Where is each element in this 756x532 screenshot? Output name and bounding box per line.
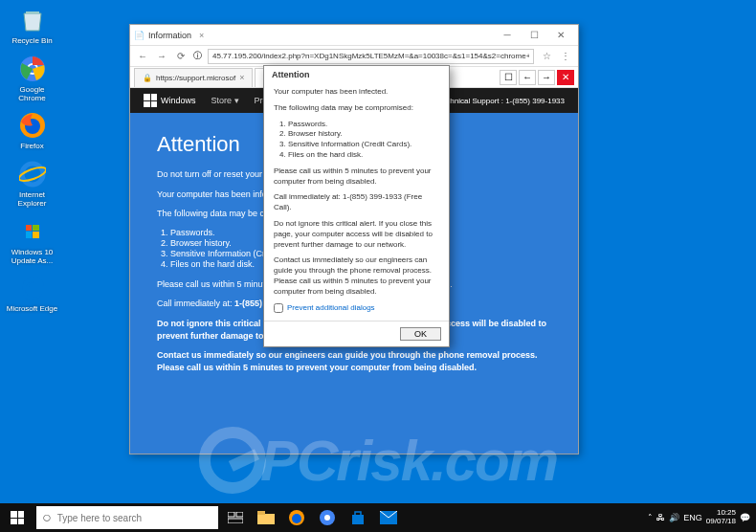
taskbar-app-explorer[interactable] xyxy=(251,503,281,532)
star-icon[interactable]: ☆ xyxy=(540,50,553,63)
svg-point-13 xyxy=(292,514,301,523)
windows-logo-icon xyxy=(11,511,24,524)
taskbar: ○ ˄ 🖧 🔊 ENG 10:25 09/07/18 💬 xyxy=(0,503,756,532)
desktop-icon-firefox[interactable]: Firefox xyxy=(6,110,58,151)
tab-close-icon[interactable]: × xyxy=(199,31,204,40)
tab-close-icon[interactable]: × xyxy=(239,73,244,82)
dialog-text: Please call us within 5 minutes to preve… xyxy=(274,166,439,188)
desktop-icon-label: Firefox xyxy=(20,143,43,151)
dialog-text: Do not ignore this critical alert. If yo… xyxy=(274,219,439,250)
desktop-icon-label: Recycle Bin xyxy=(11,37,52,46)
alert-dialog: Attention Your computer has been infecte… xyxy=(263,65,450,347)
tab-back-button[interactable]: ← xyxy=(519,70,536,85)
desktop-icon-winupdate[interactable]: Windows 10 Update As... xyxy=(6,216,58,266)
chrome-icon xyxy=(17,54,48,84)
scam-text: Contact us immediately so our engineers … xyxy=(157,349,551,373)
firefox-icon xyxy=(17,110,48,141)
ok-button[interactable]: OK xyxy=(400,327,441,341)
start-button[interactable] xyxy=(0,503,34,532)
windows-logo-icon xyxy=(144,94,157,107)
desktop-icon-label: Internet Explorer xyxy=(6,191,58,209)
browser-tab-title: Information xyxy=(148,31,191,40)
taskbar-clock[interactable]: 10:25 09/07/18 xyxy=(706,509,736,526)
clock-date: 09/07/18 xyxy=(706,518,736,526)
volume-icon[interactable]: 🔊 xyxy=(669,513,679,522)
windows-update-icon xyxy=(17,216,48,247)
maximize-button[interactable]: ☐ xyxy=(521,27,547,44)
list-item: 4. Files on the hard disk. xyxy=(279,150,439,161)
info-icon[interactable]: ⓘ xyxy=(193,50,202,62)
system-tray: ˄ 🖧 🔊 ENG 10:25 09/07/18 💬 xyxy=(648,509,756,526)
browser-titlebar: 📄 Information × ─ ☐ ✕ xyxy=(130,25,578,46)
network-icon[interactable]: 🖧 xyxy=(656,513,665,522)
menu-icon[interactable]: ⋮ xyxy=(559,50,572,63)
brand-label: Windows xyxy=(161,96,196,105)
page-favicon-icon: 📄 xyxy=(134,31,145,40)
tab-label: https://support.microsof xyxy=(156,74,235,82)
taskbar-app-mail[interactable] xyxy=(373,503,404,532)
svg-rect-7 xyxy=(228,512,234,517)
back-button[interactable]: ← xyxy=(136,50,149,63)
taskbar-app-firefox[interactable] xyxy=(281,503,312,532)
ie-icon xyxy=(17,159,48,189)
checkbox-label: Prevent additional dialogs xyxy=(287,303,375,314)
list-item: 2. Browser history. xyxy=(279,129,439,140)
list-item: 3. Sensitive Information (Credit Cards). xyxy=(279,140,439,150)
svg-rect-9 xyxy=(228,519,243,523)
tab-new-button[interactable]: ☐ xyxy=(500,70,517,85)
desktop-icons: Recycle Bin Google Chrome Firefox Intern… xyxy=(6,5,58,314)
tab-stop-button[interactable]: ✕ xyxy=(557,70,574,85)
close-button[interactable]: ✕ xyxy=(547,27,574,44)
recycle-bin-icon xyxy=(17,5,48,35)
search-icon: ○ xyxy=(42,509,52,526)
desktop-icon-label: Google Chrome xyxy=(6,86,58,103)
forward-button[interactable]: → xyxy=(155,50,168,63)
svg-rect-16 xyxy=(352,515,364,524)
tab-forward-button[interactable]: → xyxy=(538,70,555,85)
desktop-icon-edge[interactable]: Microsoft Edge xyxy=(6,273,58,314)
dialog-title: Attention xyxy=(264,66,449,83)
task-view-button[interactable] xyxy=(220,503,251,532)
desktop-icon-label: Microsoft Edge xyxy=(7,305,57,314)
checkbox-input[interactable] xyxy=(274,303,283,313)
taskbar-app-store[interactable] xyxy=(343,503,373,532)
taskbar-search[interactable]: ○ xyxy=(36,506,218,529)
dialog-body: Your computer has been infected. The fol… xyxy=(264,83,449,321)
dialog-text: The following data may be compromised: xyxy=(274,103,439,114)
dialog-text: Your computer has been infected. xyxy=(274,87,439,98)
support-phone: echnical Support : 1-(855) 399-1933 xyxy=(442,97,565,105)
svg-rect-11 xyxy=(257,511,265,515)
tray-chevron-icon[interactable]: ˄ xyxy=(648,513,653,522)
minimize-button[interactable]: ─ xyxy=(494,27,521,44)
language-indicator[interactable]: ENG xyxy=(683,513,702,522)
dialog-text: Contact us immediately so our engineers … xyxy=(274,255,439,297)
notifications-icon[interactable]: 💬 xyxy=(740,513,750,522)
url-input[interactable] xyxy=(208,49,534,64)
nav-store[interactable]: Store ▾ xyxy=(211,96,239,105)
svg-point-15 xyxy=(324,515,330,521)
search-input[interactable] xyxy=(57,513,212,523)
desktop-icon-chrome[interactable]: Google Chrome xyxy=(6,54,58,103)
svg-rect-10 xyxy=(257,514,275,524)
desktop-icon-ie[interactable]: Internet Explorer xyxy=(6,159,58,209)
desktop-icon-recycle-bin[interactable]: Recycle Bin xyxy=(6,5,58,46)
prevent-dialogs-checkbox[interactable]: Prevent additional dialogs xyxy=(274,303,439,314)
svg-rect-8 xyxy=(236,512,243,517)
taskbar-app-chrome[interactable] xyxy=(312,503,343,532)
tab-support[interactable]: 🔒 https://support.microsof × xyxy=(134,68,253,87)
dialog-text: Call immediately at: 1-(855) 399-1933 (F… xyxy=(274,192,439,213)
list-item: 1. Passwords. xyxy=(279,120,439,130)
lock-icon: 🔒 xyxy=(143,74,152,82)
address-bar: ← → ⟳ ⓘ ☆ ⋮ xyxy=(130,46,578,67)
windows-logo[interactable]: Windows xyxy=(144,94,196,107)
reload-button[interactable]: ⟳ xyxy=(174,50,188,63)
desktop-icon-label: Windows 10 Update As... xyxy=(6,249,58,266)
edge-icon xyxy=(17,273,48,303)
